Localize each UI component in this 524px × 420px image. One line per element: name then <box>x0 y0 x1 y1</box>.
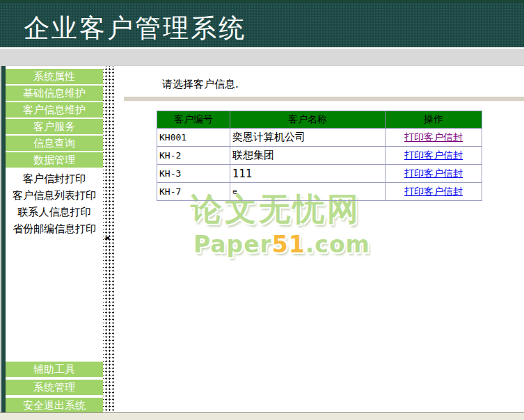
left-edge-strip <box>0 66 6 412</box>
watermark-51: 51 <box>272 231 305 258</box>
sidebar-subitem-customer-list-print[interactable]: 客户信息列表打印 <box>6 187 103 204</box>
sidebar-item-customer-info-maintenance[interactable]: 客户信息维护 <box>6 102 103 118</box>
operation-cell: 打印客户信封 <box>386 147 482 165</box>
content-divider <box>124 97 524 102</box>
sidebar-item-customer-service[interactable]: 客户服务 <box>6 119 103 134</box>
operation-cell: 打印客户信封 <box>386 183 482 201</box>
data-management-submenu: 客户信封打印 客户信息列表打印 联系人信息打印 省份邮编信息打印 <box>6 170 103 237</box>
sidebar-collapse-arrow-icon[interactable]: ◄ <box>104 234 112 242</box>
header-operation: 操作 <box>386 111 482 129</box>
app-window: 企业客户管理系统 系统属性 基础信息维护 客户信息维护 客户服务 信息查询 数据… <box>0 0 524 420</box>
sidebar-item-info-query[interactable]: 信息查询 <box>6 136 103 151</box>
sidebar-item-system-properties[interactable]: 系统属性 <box>6 69 103 84</box>
watermark-com: .com <box>305 231 370 258</box>
table-row: KH-2 联想集团 打印客户信封 <box>157 147 482 165</box>
operation-cell: 打印客户信封 <box>386 129 482 147</box>
print-envelope-link[interactable]: 打印客户信封 <box>404 168 463 179</box>
print-envelope-link[interactable]: 打印客户信封 <box>404 186 463 197</box>
print-envelope-link[interactable]: 打印客户信封 <box>404 131 463 143</box>
customer-code-cell: KH-2 <box>157 147 230 165</box>
table-row: KH-3 111 打印客户信封 <box>157 165 482 183</box>
sidebar-subitem-province-zip-print[interactable]: 省份邮编信息打印 <box>6 220 103 237</box>
customer-table: 客户编号 客户名称 操作 KH001 奕恩计算机公司 打印客户信封 KH-2 联… <box>157 111 482 201</box>
customer-code-cell: KH001 <box>157 129 230 147</box>
watermark-line2: Paper51.com <box>193 231 370 258</box>
header-customer-name: 客户名称 <box>230 111 386 129</box>
toolbar-strip <box>0 49 524 66</box>
customer-code-cell: KH-3 <box>157 165 230 183</box>
print-envelope-link[interactable]: 打印客户信封 <box>404 150 463 161</box>
table-header-row: 客户编号 客户名称 操作 <box>157 111 482 129</box>
table-row: KH001 奕恩计算机公司 打印客户信封 <box>157 129 482 147</box>
sidebar-item-system-management[interactable]: 系统管理 <box>6 380 103 395</box>
sidebar-item-data-management[interactable]: 数据管理 <box>6 152 103 168</box>
sidebar-subitem-customer-envelope-print[interactable]: 客户信封打印 <box>6 170 103 187</box>
sidebar-item-auxiliary-tools[interactable]: 辅助工具 <box>6 362 103 377</box>
prompt-text: 请选择客户信息. <box>162 78 239 91</box>
sidebar-item-basic-info-maintenance[interactable]: 基础信息维护 <box>6 86 103 101</box>
app-title: 企业客户管理系统 <box>24 11 246 46</box>
customer-name-cell: 111 <box>230 165 386 183</box>
sidebar-item-safe-exit[interactable]: 安全退出系统 <box>6 398 103 413</box>
customer-name-cell: e <box>230 183 386 201</box>
sidebar-subitem-contact-info-print[interactable]: 联系人信息打印 <box>6 204 103 220</box>
table-row: KH-7 e 打印客户信封 <box>157 183 482 201</box>
customer-name-cell: 奕恩计算机公司 <box>230 129 386 147</box>
sidebar: 系统属性 基础信息维护 客户信息维护 客户服务 信息查询 数据管理 客户信封打印… <box>6 66 103 412</box>
sidebar-bottom-group: 辅助工具 系统管理 安全退出系统 <box>6 362 103 416</box>
header-customer-code: 客户编号 <box>157 111 230 129</box>
main-content: 请选择客户信息. 论文无忧网 Paper51.com 客户编号 客户名称 操作 … <box>116 66 524 412</box>
operation-cell: 打印客户信封 <box>386 165 482 183</box>
customer-name-cell: 联想集团 <box>230 147 386 165</box>
customer-code-cell: KH-7 <box>157 183 230 201</box>
status-bar <box>0 412 524 420</box>
app-header: 企业客户管理系统 <box>0 0 524 47</box>
watermark-paper: Paper <box>193 231 272 258</box>
